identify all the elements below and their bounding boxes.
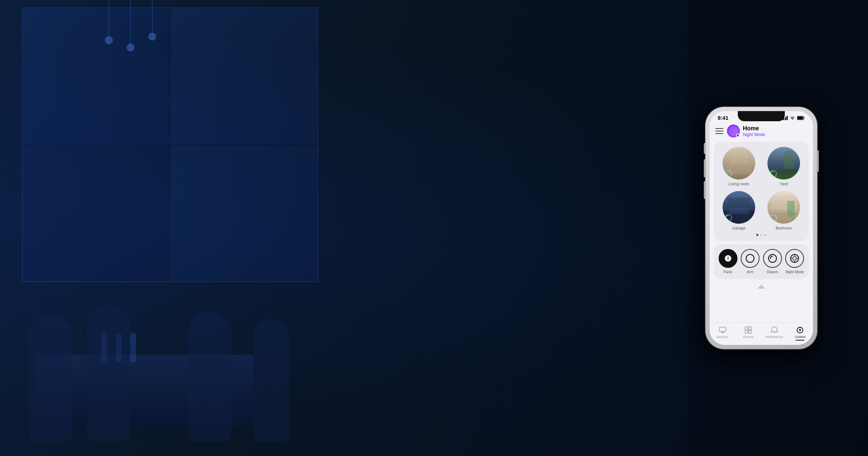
room-thumbnail-living-room	[723, 147, 755, 180]
room-item-living-room[interactable]: Living room	[719, 147, 759, 186]
pagination-dot-2	[760, 234, 762, 236]
header-subtitle: Night Mode	[743, 132, 765, 137]
room-indicator-yard	[769, 169, 778, 178]
power-button	[817, 150, 819, 172]
phone-frame: 9:41	[705, 107, 817, 349]
chevron-up-icon	[754, 283, 769, 291]
scroll-hint	[710, 282, 813, 291]
night-mode-label: Night Mode	[786, 270, 804, 274]
panic-icon: !	[724, 254, 732, 263]
disarm-icon-circle	[763, 249, 782, 268]
arm-label: Arm	[747, 270, 753, 274]
avatar-status-dot	[736, 134, 740, 137]
notch	[738, 111, 785, 121]
nav-item-notifications[interactable]: Notifications	[761, 325, 787, 342]
room-label-living-room: Living room	[729, 182, 749, 186]
svg-rect-22	[745, 330, 748, 333]
room-indicator-living	[724, 169, 733, 178]
room-item-garage[interactable]: Garage	[719, 191, 759, 230]
night-mode-icon-circle	[785, 249, 804, 268]
svg-rect-18	[721, 332, 724, 333]
svg-rect-17	[719, 327, 726, 332]
nav-item-devices[interactable]: Devices	[710, 325, 736, 342]
room-indicator-garage	[724, 214, 733, 222]
svg-text:!: !	[727, 256, 729, 261]
svg-rect-23	[749, 330, 752, 333]
app-header: Home Night Mode	[710, 122, 813, 140]
security-controls: ! Panic Arm	[718, 249, 805, 274]
night-mode-icon	[790, 253, 800, 263]
room-thumbnail-yard	[767, 147, 800, 180]
volume-down-button	[704, 181, 705, 199]
nav-label-rooms: Rooms	[743, 335, 754, 339]
menu-button[interactable]	[715, 128, 723, 134]
panic-icon-circle: !	[719, 249, 737, 268]
svg-point-25	[799, 329, 801, 331]
panic-button[interactable]: ! Panic	[718, 249, 739, 274]
room-indicator-bedroom	[769, 214, 778, 222]
svg-point-9	[746, 254, 754, 262]
rooms-icon	[744, 326, 752, 334]
svg-point-0	[792, 119, 793, 119]
nav-label-control: Control	[795, 335, 805, 339]
room-label-bedroom: Bedroom	[776, 226, 792, 230]
wifi-icon	[790, 116, 795, 120]
nav-label-devices: Devices	[717, 335, 728, 339]
control-icon	[796, 326, 804, 334]
room-thumbnail-bedroom	[767, 191, 800, 224]
disarm-label: Disarm	[767, 270, 778, 274]
status-time: 9:41	[718, 115, 728, 121]
night-mode-button[interactable]: Night Mode	[784, 249, 805, 274]
nav-label-notifications: Notifications	[765, 335, 783, 339]
arm-icon-circle	[741, 249, 760, 268]
nav-active-indicator	[796, 340, 804, 341]
nav-item-rooms[interactable]: Rooms	[736, 325, 762, 342]
svg-rect-21	[749, 327, 752, 330]
svg-rect-20	[745, 327, 748, 330]
avatar[interactable]	[727, 124, 740, 138]
bottom-nav: Devices Rooms	[710, 322, 813, 345]
room-thumbnail-garage	[723, 191, 755, 224]
svg-point-12	[793, 257, 796, 260]
room-label-garage: Garage	[732, 226, 746, 230]
nav-items: Devices Rooms	[710, 325, 813, 342]
status-icons	[782, 116, 805, 120]
room-item-yard[interactable]: Yard	[764, 147, 804, 186]
header-text: Home Night Mode	[743, 125, 765, 137]
svg-rect-2	[797, 117, 803, 119]
disarm-icon	[767, 253, 778, 263]
security-card: ! Panic Arm	[714, 244, 809, 279]
room-label-yard: Yard	[780, 182, 788, 186]
silent-button	[704, 143, 705, 154]
svg-point-10	[769, 254, 776, 262]
header-title: Home	[743, 125, 765, 132]
pagination-dot-1	[756, 234, 758, 236]
disarm-button[interactable]: Disarm	[762, 249, 783, 274]
rooms-card: Living room	[714, 142, 809, 241]
arm-icon	[745, 253, 755, 263]
room-item-bedroom[interactable]: Bedroom	[764, 191, 804, 230]
nav-item-control[interactable]: Control	[787, 325, 813, 342]
panic-label: Panic	[723, 270, 732, 274]
rooms-grid: Living room	[719, 147, 804, 230]
pagination-dot-3	[764, 234, 766, 236]
arm-button[interactable]: Arm	[740, 249, 761, 274]
pagination-dots	[719, 234, 804, 236]
volume-up-button	[704, 159, 705, 177]
notifications-icon	[770, 326, 778, 334]
devices-icon	[719, 326, 727, 334]
battery-icon	[797, 116, 805, 120]
